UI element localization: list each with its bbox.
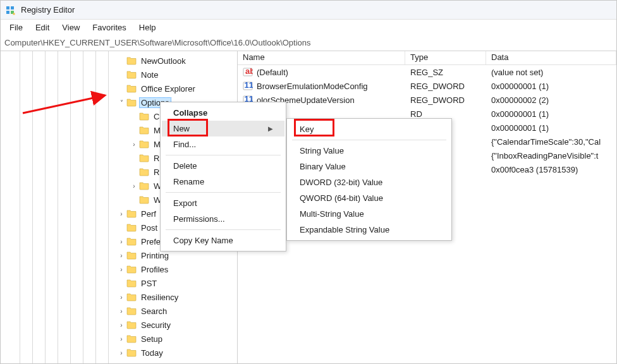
- expand-chevron-icon[interactable]: ›: [118, 266, 125, 273]
- tree-item-label: Office Explorer: [139, 83, 197, 94]
- col-header-type[interactable]: Type: [405, 51, 486, 64]
- content-area: NewOutlookNoteOffice Explorer˅OptionsCal…: [1, 51, 616, 363]
- value-data: 0x00f0cea3 (15781539): [486, 165, 616, 174]
- menu-view[interactable]: View: [56, 21, 86, 33]
- folder-icon: [126, 320, 137, 329]
- expand-chevron-icon[interactable]: ›: [118, 349, 125, 356]
- menu-item-label: Key: [300, 124, 314, 134]
- svg-rect-4: [13, 13, 15, 15]
- expand-chevron-icon[interactable]: ›: [118, 336, 125, 343]
- menu-item-copy-key-name[interactable]: Copy Key Name: [162, 233, 284, 248]
- menu-item-dword-32-bit-value[interactable]: DWORD (32-bit) Value: [288, 174, 450, 190]
- tree-item-security[interactable]: ›Security: [1, 318, 237, 332]
- tree-item-label: PST: [139, 278, 159, 289]
- tree-item-label: Search: [139, 306, 169, 317]
- folder-icon: [126, 56, 137, 65]
- menu-separator: [166, 192, 281, 193]
- expand-chevron-icon[interactable]: ›: [118, 252, 125, 259]
- tree-item-pst[interactable]: PST: [1, 276, 237, 290]
- menu-item-label: Expandable String Value: [300, 225, 389, 234]
- expand-chevron-icon[interactable]: ›: [118, 210, 125, 217]
- menu-edit[interactable]: Edit: [29, 21, 56, 33]
- expand-chevron-icon[interactable]: ›: [130, 141, 138, 148]
- value-name: BrowserEmulationModeConfig: [257, 82, 368, 91]
- menu-item-label: DWORD (32-bit) Value: [300, 178, 382, 187]
- expand-chevron-icon[interactable]: ›: [118, 322, 125, 329]
- folder-icon: [126, 237, 137, 246]
- tree-item-setup[interactable]: ›Setup: [1, 332, 237, 346]
- menu-item-binary-value[interactable]: Binary Value: [288, 159, 450, 174]
- menu-item-label: Permissions...: [173, 214, 225, 224]
- context-submenu-new[interactable]: KeyString ValueBinary ValueDWORD (32-bit…: [286, 118, 452, 241]
- tree-item-newoutlook[interactable]: NewOutlook: [1, 54, 237, 68]
- value-data: {"InboxReadingPaneVisible":t: [486, 151, 616, 161]
- menu-separator: [166, 155, 281, 155]
- svg-rect-2: [11, 6, 14, 9]
- folder-icon: [126, 209, 137, 218]
- menu-item-export[interactable]: Export: [162, 195, 284, 211]
- expand-chevron-icon[interactable]: ›: [130, 183, 138, 190]
- menu-item-label: Binary Value: [300, 162, 346, 171]
- menu-item-key[interactable]: Key: [288, 121, 450, 137]
- folder-icon: [139, 167, 149, 176]
- tree-item-resiliency[interactable]: ›Resiliency: [1, 290, 237, 304]
- expand-chevron-icon[interactable]: ›: [118, 308, 125, 315]
- folder-icon: [126, 70, 137, 79]
- value-data: 0x00000001 (1): [486, 109, 616, 119]
- tree-item-label: Setup: [139, 334, 164, 344]
- value-data: 0x00000001 (1): [486, 82, 616, 91]
- address-bar[interactable]: Computer\HKEY_CURRENT_USER\Software\Micr…: [1, 35, 616, 51]
- folder-icon: [126, 84, 137, 93]
- expand-chevron-icon[interactable]: ›: [118, 238, 125, 245]
- menu-item-find-[interactable]: Find...: [162, 136, 284, 152]
- col-header-name[interactable]: Name: [238, 51, 405, 64]
- svg-rect-1: [6, 11, 9, 14]
- titlebar: Registry Editor: [1, 1, 616, 20]
- tree-item-office-explorer[interactable]: Office Explorer: [1, 82, 237, 95]
- submenu-arrow-icon: ▶: [268, 125, 273, 132]
- menu-item-string-value[interactable]: String Value: [288, 143, 450, 159]
- tree-item-profiles[interactable]: ›Profiles: [1, 262, 237, 276]
- value-row[interactable]: ab(Default)REG_SZ(value not set): [238, 65, 616, 79]
- expand-chevron-icon[interactable]: ›: [118, 294, 125, 301]
- value-data: (value not set): [486, 68, 616, 77]
- tree-item-label: Post: [139, 222, 159, 233]
- tree-item-note[interactable]: Note: [1, 68, 237, 82]
- menu-item-delete[interactable]: Delete: [162, 158, 284, 174]
- menu-item-multi-string-value[interactable]: Multi-String Value: [288, 206, 450, 222]
- value-type: REG_DWORD: [405, 95, 486, 105]
- col-header-data[interactable]: Data: [486, 51, 616, 64]
- value-name: (Default): [257, 68, 288, 77]
- menu-separator: [292, 140, 446, 140]
- folder-icon: [139, 154, 149, 162]
- tree-item-today[interactable]: ›Today: [1, 346, 237, 360]
- menu-item-new[interactable]: New▶: [162, 121, 284, 136]
- menu-help[interactable]: Help: [133, 21, 162, 33]
- value-type: RD: [405, 109, 486, 119]
- menu-item-label: QWORD (64-bit) Value: [300, 193, 383, 203]
- dword-value-icon: 110: [243, 81, 253, 91]
- value-row[interactable]: 110BrowserEmulationModeConfigREG_DWORD0x…: [238, 79, 616, 93]
- menu-item-rename[interactable]: Rename: [162, 174, 284, 190]
- tree-item-label: Security: [139, 320, 173, 331]
- menu-item-label: Multi-String Value: [300, 209, 364, 219]
- value-row[interactable]: 110olorSchemeUpdateVersionREG_DWORD0x000…: [238, 93, 616, 107]
- expand-chevron-icon[interactable]: ˅: [118, 99, 125, 106]
- svg-rect-0: [6, 6, 9, 9]
- menu-item-qword-64-bit-value[interactable]: QWORD (64-bit) Value: [288, 190, 450, 206]
- menu-item-permissions-[interactable]: Permissions...: [162, 211, 284, 227]
- menu-item-label: Copy Key Name: [173, 236, 233, 245]
- tree-item-label: Perf: [139, 209, 158, 219]
- tree-item-label: Resiliency: [139, 292, 180, 303]
- context-menu[interactable]: CollapseNew▶Find...DeleteRenameExportPer…: [160, 102, 286, 252]
- menu-file[interactable]: File: [3, 21, 29, 33]
- menu-favorites[interactable]: Favorites: [86, 21, 132, 33]
- values-header: Name Type Data: [238, 51, 616, 65]
- menu-item-label: Collapse: [173, 108, 207, 118]
- tree-item-search[interactable]: ›Search: [1, 304, 237, 318]
- folder-icon: [126, 334, 137, 343]
- folder-icon: [139, 126, 149, 135]
- folder-icon: [126, 306, 137, 315]
- menu-item-collapse[interactable]: Collapse: [162, 105, 284, 121]
- menu-item-expandable-string-value[interactable]: Expandable String Value: [288, 222, 450, 238]
